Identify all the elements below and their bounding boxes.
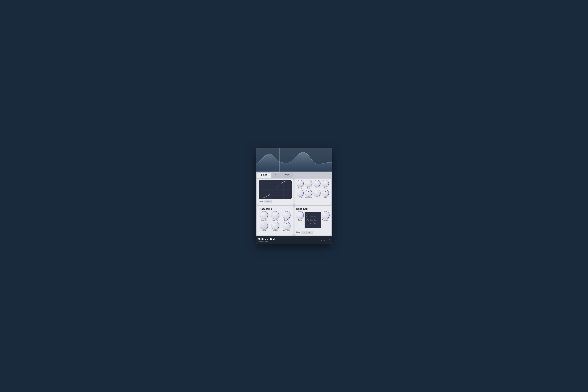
flow-label: Flow	[296, 231, 300, 233]
type-label: Type	[259, 200, 263, 202]
processing-panel: Processing Dynamics	[257, 206, 294, 236]
diagram-saturation-row: Saturation	[306, 218, 320, 221]
diagram-out-row: Out	[306, 225, 320, 227]
saturation-label: Saturation	[310, 219, 317, 221]
low-post-knob[interactable]	[272, 222, 279, 229]
knob-q2: ?	[313, 190, 321, 198]
flow-row: Flow Pre / Post Pre Post	[296, 230, 329, 234]
type-dropdown-wrapper[interactable]: Tube Tape Clip	[264, 200, 272, 203]
custom1-label: Custom 1	[297, 197, 304, 198]
tab-mid[interactable]: Mid	[272, 172, 282, 178]
q1-knob[interactable]	[314, 180, 320, 186]
color-knob[interactable]: ✳	[260, 222, 268, 229]
tabs-row: Low Mid High	[256, 172, 332, 178]
slope-knob[interactable]	[296, 212, 303, 219]
band-split-diagram: In Low Pass	[304, 212, 321, 228]
high-post-knob[interactable]	[283, 222, 290, 229]
lowpass1-label: Low Pass	[310, 216, 316, 218]
knob-frequency: Frequency	[322, 212, 329, 230]
type-select[interactable]: Tube Tape Clip	[264, 200, 272, 203]
diagram-in-row: In	[306, 213, 320, 215]
main-body: Low Mid High	[256, 172, 332, 236]
mix-knob[interactable]	[322, 180, 328, 186]
drive-label: Drive	[298, 187, 302, 189]
q1-label: ?	[316, 187, 318, 189]
mix-label: Mix	[324, 187, 326, 189]
sun-icon: ✳	[263, 224, 265, 227]
high-post-label: High Post	[283, 230, 290, 232]
low-pre-label: Low Pre	[272, 219, 278, 221]
knob-custom2: Custom 2	[305, 190, 312, 198]
frequency-label: Frequency	[322, 219, 329, 221]
knob-q1: ?	[313, 180, 321, 189]
custom1-knob[interactable]	[297, 190, 303, 196]
post-label: Post	[324, 197, 327, 198]
saturation-icon	[306, 219, 309, 221]
lowpass2-label: Low Pass	[310, 222, 316, 224]
knob-drive: Drive	[296, 180, 304, 189]
knobs-row-2: Custom 1 Custom 2	[296, 190, 329, 198]
diagram-lowpass2-row: Low Pass	[306, 222, 320, 224]
low-post-label: Low Post	[272, 230, 278, 232]
knobs-row-1: Drive Skew	[296, 180, 329, 189]
dynamics-label: Dynamics	[260, 219, 267, 221]
post-knob[interactable]	[322, 190, 328, 196]
knob-custom1: Custom 1	[296, 190, 304, 198]
curve-display	[259, 180, 292, 199]
flow-dropdown-wrapper[interactable]: Pre / Post Pre Post	[301, 230, 313, 234]
footer: Multiband Dist Lorem Ipsum Version 1.0	[256, 236, 332, 244]
processing-row1: Dynamics Low Pre	[259, 212, 292, 221]
custom2-knob[interactable]	[306, 190, 312, 196]
spectrum-display	[256, 148, 332, 172]
lowpass1-icon	[306, 216, 309, 218]
processing-title: Processing	[259, 208, 292, 210]
plugin-container: Low Mid High	[256, 148, 332, 244]
type-row: Type Tube Tape Clip	[259, 200, 292, 203]
skew-knob[interactable]	[306, 180, 312, 186]
flow-select[interactable]: Pre / Post Pre Post	[301, 230, 313, 234]
diagram-in-label: In	[306, 213, 307, 215]
knob-slope: Slope	[296, 212, 303, 230]
lowpass2-icon	[306, 222, 309, 224]
mid-high-panel: Drive Skew	[294, 178, 331, 205]
footer-info: Multiband Dist Lorem Ipsum	[258, 238, 275, 242]
knob-low-pre: Low Pre	[270, 212, 280, 221]
plugin-subtitle: Lorem Ipsum	[258, 241, 275, 242]
knob-skew: Skew	[305, 180, 312, 189]
band-split-panel: Band Split Slope	[294, 206, 331, 236]
knob-dynamics: Dynamics	[259, 212, 269, 221]
diagram-lowpass1-row: Low Pass	[306, 216, 320, 218]
dynamics-knob[interactable]	[260, 212, 268, 219]
tab-high[interactable]: High	[282, 172, 293, 178]
tab-low[interactable]: Low	[257, 172, 271, 178]
drive-knob[interactable]	[297, 180, 303, 186]
knob-high-pre: High Pre	[281, 212, 292, 221]
low-pre-knob[interactable]	[272, 212, 279, 219]
panels-grid: Type Tube Tape Clip	[256, 178, 332, 236]
knob-post: Post	[322, 190, 329, 198]
knob-high-post: High Post	[281, 222, 292, 232]
plugin-version: Version 1.0	[321, 239, 330, 241]
plugin-title: Multiband Dist	[258, 238, 275, 241]
high-pre-label: High Pre	[284, 219, 290, 221]
q2-knob[interactable]	[314, 190, 320, 196]
diagram-out-label: Out	[306, 225, 308, 227]
color-label: Color	[262, 230, 266, 232]
slope-label: Slope	[298, 219, 302, 221]
skew-label: Skew	[307, 187, 310, 189]
band-split-title: Band Split	[296, 208, 329, 210]
knob-mix: Mix	[322, 180, 329, 189]
custom2-label: Custom 2	[305, 197, 312, 198]
high-pre-knob[interactable]	[283, 212, 290, 219]
frequency-knob[interactable]	[322, 212, 329, 219]
knob-low-post: Low Post	[270, 222, 280, 232]
q2-label: ?	[316, 197, 318, 198]
knob-color: ✳ Color	[259, 222, 269, 232]
processing-row2: ✳ Color Low Post	[259, 222, 292, 232]
low-panel: Type Tube Tape Clip	[257, 178, 294, 205]
